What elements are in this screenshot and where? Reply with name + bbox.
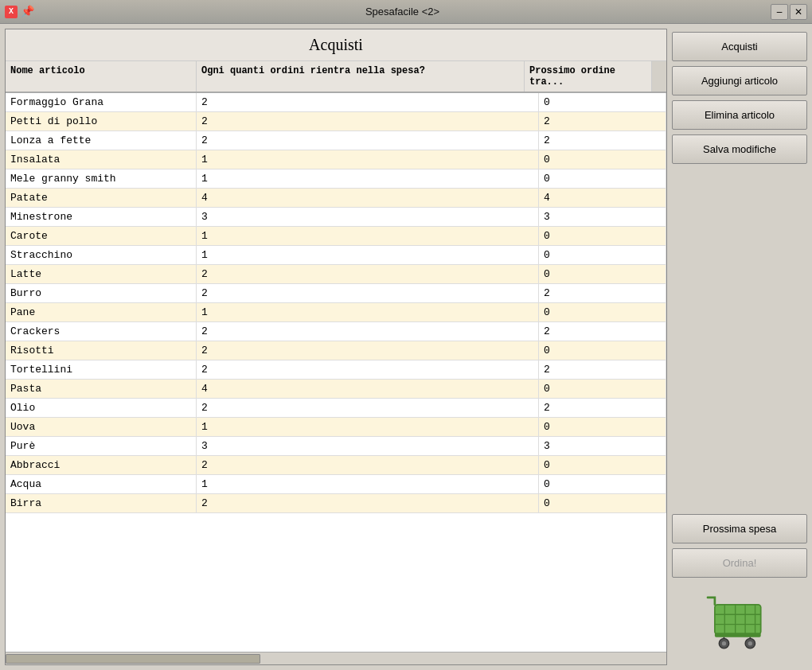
cell-frequency: 1 [197, 418, 539, 436]
table-header: Nome articolo Ogni quanti ordini rientra… [6, 61, 666, 93]
cell-name: Acqua [6, 475, 197, 493]
table-row[interactable]: Lonza a fette22 [6, 131, 666, 150]
cell-name: Risotti [6, 341, 197, 360]
cell-frequency: 2 [197, 93, 539, 111]
cell-name: Tortellini [6, 360, 197, 379]
cell-next: 0 [539, 456, 666, 474]
cell-name: Uova [6, 418, 197, 436]
cell-name: Mele granny smith [6, 169, 197, 188]
table-row[interactable]: Abbracci20 [6, 456, 666, 475]
cell-name: Birra [6, 494, 197, 512]
app-icon: X [5, 6, 18, 18]
cell-next: 0 [539, 494, 666, 512]
cell-frequency: 2 [197, 322, 539, 341]
table-row[interactable]: Risotti20 [6, 341, 666, 360]
window-controls: – ✕ [771, 4, 807, 20]
cell-next: 0 [539, 227, 666, 245]
cell-frequency: 1 [197, 475, 539, 493]
cell-name: Pasta [6, 380, 197, 398]
cell-next: 2 [539, 112, 666, 130]
table-row[interactable]: Carote10 [6, 227, 666, 246]
table-row[interactable]: Pane10 [6, 303, 666, 322]
cell-next: 0 [539, 93, 666, 111]
table-row[interactable]: Tortellini22 [6, 360, 666, 380]
table-row[interactable]: Uova10 [6, 418, 666, 437]
cell-next: 2 [539, 360, 666, 379]
cell-name: Abbracci [6, 456, 197, 474]
table-row[interactable]: Birra20 [6, 494, 666, 513]
table-row[interactable]: Patate44 [6, 189, 666, 208]
table-row[interactable]: Mele granny smith10 [6, 169, 666, 189]
cell-frequency: 2 [197, 341, 539, 360]
titlebar: X 📌 Spesafacile <2> – ✕ [0, 0, 812, 24]
cell-frequency: 4 [197, 380, 539, 398]
close-button[interactable]: ✕ [790, 4, 807, 20]
cell-next: 2 [539, 131, 666, 150]
cell-next: 0 [539, 150, 666, 169]
cell-frequency: 2 [197, 494, 539, 512]
svg-rect-0 [715, 605, 761, 634]
table-body[interactable]: Formaggio Grana20Petti di pollo22Lonza a… [6, 93, 666, 652]
cell-frequency: 1 [197, 169, 539, 188]
ordina-button[interactable]: Ordina! [672, 548, 807, 578]
cell-frequency: 1 [197, 150, 539, 169]
cell-frequency: 2 [197, 360, 539, 379]
elimina-button[interactable]: Elimina articolo [672, 100, 807, 130]
hscroll-thumb[interactable] [6, 654, 260, 664]
table-row[interactable]: Petti di pollo22 [6, 112, 666, 131]
panel-title: Acquisti [6, 29, 666, 61]
cell-next: 2 [539, 322, 666, 341]
cell-next: 0 [539, 265, 666, 283]
cell-name: Formaggio Grana [6, 93, 197, 111]
table-row[interactable]: Insalata10 [6, 150, 666, 169]
table-row[interactable]: Stracchino10 [6, 246, 666, 265]
window-title: Spesafacile <2> [34, 6, 771, 18]
cell-next: 4 [539, 189, 666, 207]
table-row[interactable]: Latte20 [6, 265, 666, 284]
cell-name: Crackers [6, 322, 197, 341]
aggiungi-button[interactable]: Aggiungi articolo [672, 66, 807, 95]
cell-name: Carote [6, 227, 197, 245]
table-row[interactable]: Minestrone33 [6, 208, 666, 227]
pin-icon: 📌 [21, 5, 34, 18]
cell-name: Patate [6, 189, 197, 207]
prossima-button[interactable]: Prossima spesa [672, 514, 807, 543]
main-container: Acquisti Nome articolo Ogni quanti ordin… [0, 24, 812, 670]
table-row[interactable]: Formaggio Grana20 [6, 93, 666, 112]
cell-next: 0 [539, 341, 666, 360]
salva-button[interactable]: Salva modifiche [672, 134, 807, 164]
cell-next: 0 [539, 475, 666, 493]
horizontal-scrollbar[interactable] [6, 652, 666, 664]
minimize-button[interactable]: – [771, 4, 788, 20]
table-row[interactable]: Burro22 [6, 284, 666, 303]
table-row[interactable]: Purè33 [6, 437, 666, 456]
right-panel: Acquisti Aggiungi articolo Elimina artic… [672, 29, 807, 665]
cell-frequency: 2 [197, 112, 539, 130]
cell-frequency: 1 [197, 303, 539, 321]
cell-frequency: 1 [197, 227, 539, 245]
cell-next: 3 [539, 208, 666, 226]
cell-frequency: 3 [197, 208, 539, 226]
table-row[interactable]: Crackers22 [6, 322, 666, 341]
cell-name: Purè [6, 437, 197, 455]
cell-next: 0 [539, 380, 666, 398]
cell-frequency: 2 [197, 265, 539, 283]
table-row[interactable]: Olio22 [6, 399, 666, 418]
cell-name: Olio [6, 399, 197, 417]
table-row[interactable]: Acqua10 [6, 475, 666, 494]
titlebar-left: X 📌 [5, 5, 34, 18]
cell-frequency: 2 [197, 456, 539, 474]
cell-frequency: 2 [197, 131, 539, 150]
cell-next: 0 [539, 303, 666, 321]
cell-frequency: 1 [197, 246, 539, 264]
svg-rect-7 [715, 633, 761, 637]
cell-next: 2 [539, 399, 666, 417]
acquisti-button[interactable]: Acquisti [672, 32, 807, 61]
table-row[interactable]: Pasta40 [6, 380, 666, 399]
cell-name: Minestrone [6, 208, 197, 226]
cell-name: Lonza a fette [6, 131, 197, 150]
cell-next: 0 [539, 418, 666, 436]
cell-frequency: 2 [197, 284, 539, 302]
cell-next: 2 [539, 284, 666, 302]
cell-next: 3 [539, 437, 666, 455]
